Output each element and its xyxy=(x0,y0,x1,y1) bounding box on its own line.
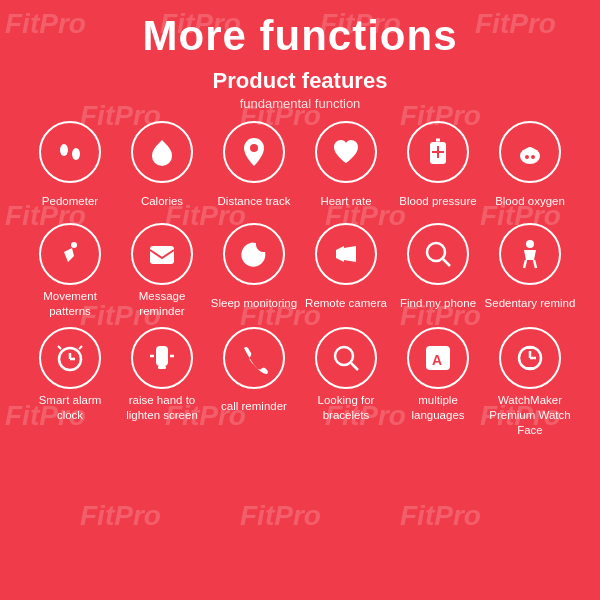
svg-rect-35 xyxy=(526,346,534,349)
feature-item: raise hand to lighten screen xyxy=(116,327,208,438)
feature-item: Sleep monitoring xyxy=(208,223,300,319)
looking-for-bracelets-icon xyxy=(315,327,377,389)
feature-item: Pedometer xyxy=(24,121,116,215)
svg-point-14 xyxy=(427,243,445,261)
heart-rate-icon xyxy=(315,121,377,183)
svg-point-10 xyxy=(71,242,77,248)
feature-label: Movement patterns xyxy=(24,289,116,319)
svg-point-13 xyxy=(251,243,254,246)
svg-point-1 xyxy=(72,148,80,160)
feature-item: Movement patterns xyxy=(24,223,116,319)
svg-line-18 xyxy=(534,260,536,268)
feature-item: WatchMaker Premium Watch Face xyxy=(484,327,576,438)
pedometer-icon xyxy=(39,121,101,183)
movement-patterns-icon xyxy=(39,223,101,285)
svg-line-17 xyxy=(524,260,526,268)
feature-item: Message reminder xyxy=(116,223,208,319)
feature-item: Distance track xyxy=(208,121,300,215)
find-my-phone-icon xyxy=(407,223,469,285)
raise-hand-to-lighten-screen-icon xyxy=(131,327,193,389)
svg-point-28 xyxy=(335,347,353,365)
distance-track-icon xyxy=(223,121,285,183)
message-reminder-icon xyxy=(131,223,193,285)
svg-point-0 xyxy=(60,144,68,156)
svg-rect-11 xyxy=(150,246,174,264)
blood-oxygen-icon xyxy=(499,121,561,183)
feature-item: Smart alarm clock xyxy=(24,327,116,438)
svg-point-9 xyxy=(531,155,535,159)
feature-label: Sedentary remind xyxy=(485,289,576,317)
svg-rect-25 xyxy=(158,366,166,369)
feature-label: Calories xyxy=(141,187,183,215)
feature-label: Blood oxygen xyxy=(495,187,565,215)
feature-item: Looking for bracelets xyxy=(300,327,392,438)
section-sub: fundamental function xyxy=(0,96,600,111)
feature-label: multiple languages xyxy=(392,393,484,423)
svg-line-23 xyxy=(79,346,82,349)
feature-label: Distance track xyxy=(218,187,291,215)
feature-label: Find my phone xyxy=(400,289,476,317)
feature-label: Blood pressure xyxy=(399,187,476,215)
call-reminder-icon xyxy=(223,327,285,389)
svg-rect-24 xyxy=(156,346,168,366)
feature-item: Amultiple languages xyxy=(392,327,484,438)
svg-line-15 xyxy=(443,259,450,266)
calories-icon xyxy=(131,121,193,183)
blood-pressure-icon xyxy=(407,121,469,183)
feature-label: raise hand to lighten screen xyxy=(116,393,208,423)
svg-point-16 xyxy=(526,240,534,248)
feature-label: Heart rate xyxy=(320,187,371,215)
feature-label: Pedometer xyxy=(42,187,98,215)
section-title: Product features xyxy=(0,68,600,94)
svg-text:A: A xyxy=(432,352,442,368)
svg-point-2 xyxy=(250,144,258,152)
feature-item: Heart rate xyxy=(300,121,392,215)
svg-point-8 xyxy=(525,155,529,159)
feature-label: Message reminder xyxy=(116,289,208,319)
feature-item: call reminder xyxy=(208,327,300,438)
feature-label: Remote camera xyxy=(305,289,387,317)
svg-point-12 xyxy=(247,245,250,248)
multiple-languages-icon: A xyxy=(407,327,469,389)
remote-camera-icon xyxy=(315,223,377,285)
watchmaker-premium-watch-face-icon xyxy=(499,327,561,389)
feature-label: Sleep monitoring xyxy=(211,289,297,317)
feature-item: Blood oxygen xyxy=(484,121,576,215)
main-title: More functions xyxy=(0,0,600,60)
feature-item: Blood pressure xyxy=(392,121,484,215)
feature-item: Remote camera xyxy=(300,223,392,319)
feature-label: call reminder xyxy=(221,393,287,421)
feature-label: WatchMaker Premium Watch Face xyxy=(484,393,576,438)
svg-line-22 xyxy=(58,346,61,349)
feature-label: Looking for bracelets xyxy=(300,393,392,423)
svg-line-29 xyxy=(351,363,358,370)
feature-item: Calories xyxy=(116,121,208,215)
sedentary-remind-icon xyxy=(499,223,561,285)
features-grid: PedometerCaloriesDistance trackHeart rat… xyxy=(0,111,600,446)
svg-rect-36 xyxy=(526,367,534,370)
sleep-monitoring-icon xyxy=(223,223,285,285)
smart-alarm-clock-icon xyxy=(39,327,101,389)
feature-item: Find my phone xyxy=(392,223,484,319)
feature-item: Sedentary remind xyxy=(484,223,576,319)
feature-label: Smart alarm clock xyxy=(24,393,116,423)
